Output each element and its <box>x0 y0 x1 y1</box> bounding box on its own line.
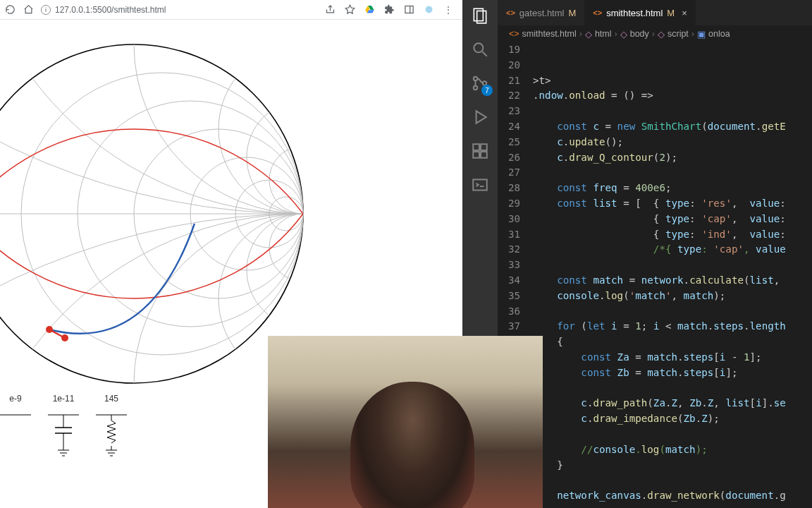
explorer-icon[interactable] <box>470 6 490 25</box>
tag-icon: ◇ <box>620 29 627 40</box>
component-1: 1e-11 <box>48 394 79 459</box>
debug-icon[interactable] <box>470 107 490 127</box>
svg-point-22 <box>269 214 310 282</box>
share-icon[interactable] <box>324 4 336 16</box>
component-label: 145 <box>104 394 118 404</box>
wire-icon <box>0 408 31 459</box>
browser-pane: i 127.0.0.1:5500/smithtest.html ⋮ <box>0 0 462 508</box>
source-control-icon[interactable]: 7 <box>470 73 490 93</box>
chevron-right-icon: › <box>615 29 617 39</box>
svg-point-24 <box>46 326 53 333</box>
extensions-puzzle-icon[interactable] <box>383 4 395 16</box>
svg-rect-0 <box>405 6 412 13</box>
scm-badge: 7 <box>481 85 493 96</box>
tab-gatest[interactable]: <> gatest.html M <box>498 0 584 25</box>
svg-point-13 <box>0 37 310 214</box>
svg-point-46 <box>474 86 477 90</box>
site-info-icon[interactable]: i <box>41 5 51 15</box>
chevron-right-icon: › <box>691 29 694 39</box>
terminal-icon[interactable] <box>470 175 490 195</box>
drive-icon[interactable] <box>364 4 375 16</box>
svg-point-45 <box>474 77 477 80</box>
svg-rect-48 <box>473 144 479 150</box>
svg-point-14 <box>0 214 310 390</box>
page-content: e-9 1e-11 145 <box>0 20 462 508</box>
inductor-icon <box>96 408 127 459</box>
close-icon[interactable]: × <box>682 8 687 18</box>
svg-rect-52 <box>473 179 487 190</box>
function-icon: ▣ <box>697 29 706 40</box>
svg-point-21 <box>269 146 310 214</box>
search-icon[interactable] <box>470 40 490 59</box>
tag-icon: ◇ <box>585 29 592 40</box>
html-file-icon: <> <box>509 29 519 39</box>
svg-point-17 <box>219 44 310 214</box>
smith-chart <box>0 37 310 390</box>
capacitor-icon <box>48 408 79 459</box>
svg-rect-51 <box>481 144 487 150</box>
crumb-item[interactable]: smithtest.html <box>522 29 577 39</box>
network-components: e-9 1e-11 145 <box>0 394 127 459</box>
reload-icon[interactable] <box>4 4 16 16</box>
svg-point-25 <box>61 334 68 341</box>
editor-main: <> gatest.html M <> smithtest.html M × <… <box>498 0 812 508</box>
toolbar-actions: ⋮ <box>324 4 458 16</box>
modified-indicator: M <box>568 8 576 18</box>
breadcrumb[interactable]: <> smithtest.html › ◇ html › ◇ body › ◇ … <box>498 25 812 42</box>
svg-rect-49 <box>473 152 479 158</box>
home-icon[interactable] <box>23 4 34 16</box>
profile-icon[interactable] <box>423 4 434 16</box>
component-0: e-9 <box>0 394 31 459</box>
tab-bar: <> gatest.html M <> smithtest.html M × <box>498 0 812 25</box>
browser-address-bar: i 127.0.0.1:5500/smithtest.html ⋮ <box>0 0 462 20</box>
url-text: 127.0.0.1:5500/smithtest.html <box>55 5 166 15</box>
bookmark-star-icon[interactable] <box>344 4 355 16</box>
svg-point-43 <box>474 43 483 52</box>
code-source[interactable]: >t>.ndow.onload = () => const c = new Sm… <box>533 42 812 508</box>
crumb-item[interactable]: onloa <box>708 29 730 39</box>
chevron-right-icon: › <box>579 29 582 39</box>
component-label: 1e-11 <box>53 394 75 404</box>
svg-point-15 <box>134 37 310 214</box>
chevron-right-icon: › <box>652 29 655 39</box>
crumb-item[interactable]: script <box>668 29 689 39</box>
svg-line-44 <box>482 52 487 56</box>
code-editor[interactable]: 1920212223242526272829303132333435363738… <box>498 42 812 508</box>
tab-label: gatest.html <box>519 8 565 18</box>
modified-indicator: M <box>667 8 675 18</box>
tab-label: smithtest.html <box>606 8 663 18</box>
svg-rect-50 <box>481 152 487 158</box>
component-label: e-9 <box>9 394 21 404</box>
svg-point-11 <box>0 37 310 214</box>
crumb-item[interactable]: body <box>630 29 649 39</box>
tag-icon: ◇ <box>658 29 665 40</box>
svg-point-12 <box>0 214 310 390</box>
extensions-icon[interactable] <box>470 141 490 161</box>
crumb-item[interactable]: html <box>595 29 612 39</box>
address-field[interactable]: i 127.0.0.1:5500/smithtest.html <box>41 5 317 15</box>
component-2: 145 <box>96 394 127 459</box>
tab-smithtest[interactable]: <> smithtest.html M × <box>584 0 695 25</box>
menu-kebab-icon[interactable]: ⋮ <box>443 4 454 16</box>
svg-point-1 <box>425 6 432 13</box>
webcam-overlay <box>268 336 543 508</box>
html-file-icon: <> <box>593 8 602 17</box>
html-file-icon: <> <box>506 8 515 17</box>
sidepanel-icon[interactable] <box>403 4 414 16</box>
